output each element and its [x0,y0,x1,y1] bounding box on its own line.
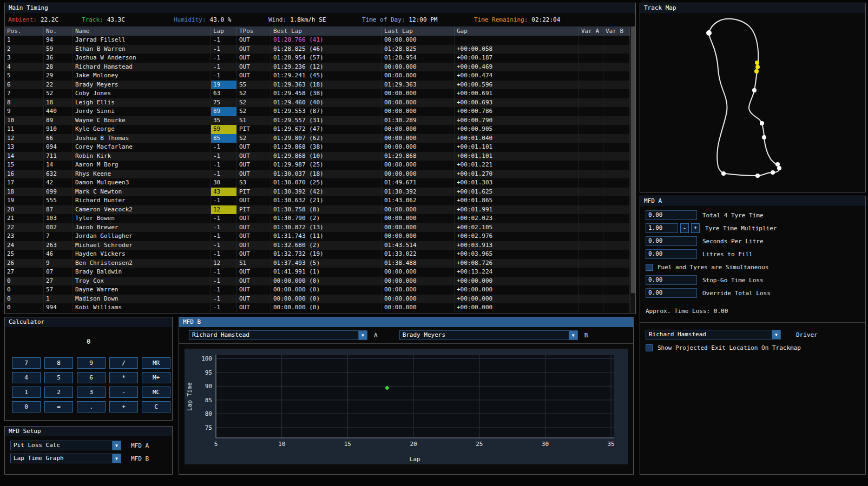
table-row[interactable]: 22002Jacob Brewer-1OUT01:30.872 (13)00:0… [5,223,630,232]
column-header-pos[interactable]: Pos. [5,26,44,36]
tyre-time-multiplier-input[interactable]: 1.00 [646,223,678,233]
show-exit-checkbox[interactable] [646,344,653,351]
driver-a-select[interactable]: Richard Hamstead ▼ [189,330,367,340]
fuel-tyres-simultaneous-checkbox[interactable] [646,264,653,271]
mfd-b-mode-select[interactable]: Lap Time Graph ▼ [10,454,121,463]
driver-select[interactable]: Richard Hamstead ▼ [646,330,781,339]
table-row[interactable]: 428Richard Hamstead-1OUT01:29.236 (12)00… [5,63,630,72]
svg-text:75: 75 [205,424,212,431]
table-row[interactable]: 2087Cameron Veacock212PIT01:30.758 (8)00… [5,205,630,215]
table-row[interactable]: 027Troy Cox-1OUT00:00.000 (0)00:00.000+0… [5,277,630,286]
timing-table-scrollbar[interactable] [630,26,635,313]
calc-button-6[interactable]: 6 [77,372,106,383]
table-row[interactable]: 24263Michael Schroder-1OUT01:32.680 (2)0… [5,241,630,250]
mfd-a-mode-select[interactable]: Pit Loss Calc ▼ [10,441,121,450]
table-row[interactable]: 1089Wayne C Bourke35S101:29.557 (31)01:3… [5,116,630,125]
cell-no: 263 [44,241,73,250]
cell-lap: 30 [211,178,237,188]
seconds-per-litre-input[interactable]: 0.00 [646,236,697,246]
seconds-per-litre-label: Seconds Per Litre [702,238,764,245]
condition-value: 02:22:04 [531,16,560,23]
chevron-down-icon[interactable]: ▼ [112,441,121,450]
chevron-down-icon[interactable]: ▼ [569,330,578,340]
table-row[interactable]: 0994Kobi Williams-1OUT00:00.000 (0)00:00… [5,303,630,312]
calc-button-equals[interactable]: = [44,401,73,412]
table-row[interactable]: 818Leigh Ellis75S201:29.460 (40)00:00.00… [5,98,630,108]
calc-button-5[interactable]: 5 [44,372,73,383]
calc-button-divide[interactable]: / [109,357,138,369]
table-row[interactable]: 9440Jordy Sinni89S201:29.553 (87)00:00.0… [5,107,630,116]
driver-select-row: Richard Hamstead ▼ Driver [646,330,860,339]
table-row[interactable]: 19555Richard Hunter-1OUT01:30.632 (21)01… [5,196,630,205]
total-4-tyre-time-input[interactable]: 0.00 [646,210,697,220]
calc-button-7[interactable]: 7 [12,357,41,369]
calc-button-clear[interactable]: C [142,401,170,412]
calc-button-multiply[interactable]: * [109,372,138,383]
table-row[interactable]: 16632Rhys Keene-1OUT01:30.037 (18)00:00.… [5,170,630,179]
calc-button-minus[interactable]: - [109,387,138,398]
cell-no: 14 [44,161,73,170]
calc-button-decimal[interactable]: . [77,401,106,412]
chevron-down-icon[interactable]: ▼ [772,330,781,339]
table-row[interactable]: 269Ben Christensen212S101:37.493 (5)01:3… [5,259,630,268]
stop-go-time-loss-input[interactable]: 0.00 [646,275,697,285]
column-header-last-lap[interactable]: Last Lap [382,26,455,36]
cell-no: 89 [44,116,73,125]
table-row[interactable]: 1742Damon Mulqueen330S301:30.070 (25)01:… [5,178,630,188]
cell-no: 22 [44,81,73,90]
table-row[interactable]: 2707Brady Baldwin-1OUT01:41.991 (1)00:00… [5,268,630,277]
column-header-gap[interactable]: Gap [455,26,579,36]
table-row[interactable]: 01Madison Down-1OUT00:00.000 (0)00:00.00… [5,295,630,304]
calc-button-3[interactable]: 3 [77,387,106,398]
tyre-time-multiplier-decrement-button[interactable]: - [680,223,689,233]
table-row[interactable]: 237Jordan Gollagher-1OUT01:31.743 (11)00… [5,232,630,241]
litres-to-fill-input[interactable]: 0.00 [646,249,697,259]
column-header-tpos[interactable]: TPos [237,26,271,36]
column-header-name[interactable]: Name [73,26,211,36]
calc-button-0[interactable]: 0 [12,401,41,412]
tyre-time-multiplier-increment-button[interactable]: + [691,223,700,233]
calc-button-8[interactable]: 8 [44,357,73,369]
cell-var-a [579,303,603,312]
cell-best-lap: 01:30.790 (2) [271,214,382,223]
calc-button-memory-add[interactable]: M+ [142,372,170,383]
chevron-down-icon[interactable]: ▼ [112,454,121,463]
scrollbar-thumb[interactable] [631,26,635,293]
table-row[interactable]: 13094Corey Macfarlane-1OUT01:29.868 (38)… [5,143,630,152]
table-row[interactable]: 1514Aaron M Borg-1OUT01:29.987 (25)00:00… [5,161,630,170]
chevron-down-icon[interactable]: ▼ [358,330,367,340]
table-row[interactable]: 529Jake Moloney-1OUT01:29.241 (45)00:00.… [5,71,630,81]
cell-name: Ben Christensen2 [73,259,211,268]
total-4-tyre-time-label: Total 4 Tyre Time [702,212,764,219]
table-row[interactable]: 752Coby Jones63S201:29.458 (38)00:00.000… [5,89,630,98]
lap-time-chart-svg: 51015202530357580859095100LapLap Time [185,349,628,464]
table-row[interactable]: 14711Robin Kirk-1OUT01:29.868 (10)01:29.… [5,152,630,161]
column-header-best-lap[interactable]: Best Lap [271,26,382,36]
table-row[interactable]: 194Jarrad Filsell-1OUT01:28.766 (41)00:0… [5,36,630,45]
calc-button-9[interactable]: 9 [77,357,106,369]
table-row[interactable]: 336Joshua W Anderson-1OUT01:28.954 (57)0… [5,54,630,63]
override-total-loss-input[interactable]: 0.00 [646,288,697,298]
table-row[interactable]: 259Ethan B Warren-1OUT01:28.825 (46)01:2… [5,45,630,54]
column-header-lap[interactable]: Lap [211,26,237,36]
cell-tpos: OUT [237,285,271,295]
column-header-no[interactable]: No. [44,26,73,36]
calc-button-memory-recall[interactable]: MR [142,357,170,369]
table-row[interactable]: 622Brady Meyers19S501:29.363 (18)01:29.3… [5,81,630,90]
table-row[interactable]: 1266Joshua B Thomas85S201:29.807 (62)00:… [5,134,630,143]
table-row[interactable]: 2546Hayden Vickers-1OUT01:32.732 (19)01:… [5,250,630,259]
table-row[interactable]: 057Dayne Warren-1OUT00:00.000 (0)00:00.0… [5,285,630,295]
cell-tpos: S1 [237,116,271,125]
calc-button-1[interactable]: 1 [12,387,41,398]
column-header-var-a[interactable]: Var A [579,26,603,36]
calc-button-2[interactable]: 2 [44,387,73,398]
driver-b-select[interactable]: Brady Meyers ▼ [399,330,578,340]
column-header-var-b[interactable]: Var B [603,26,630,36]
calc-button-memory-clear[interactable]: MC [142,387,170,398]
table-row[interactable]: 11910Kyle George59PIT01:29.672 (47)00:00… [5,125,630,134]
calc-button-4[interactable]: 4 [12,372,41,383]
table-row[interactable]: 18099Mark C Newton43PIT01:30.392 (42)01:… [5,188,630,197]
table-row[interactable]: 21103Tyler Bowen-1OUT01:30.790 (2)00:00.… [5,214,630,223]
calc-button-plus[interactable]: + [109,401,138,412]
cell-last-lap: 01:38.488 [382,259,455,268]
